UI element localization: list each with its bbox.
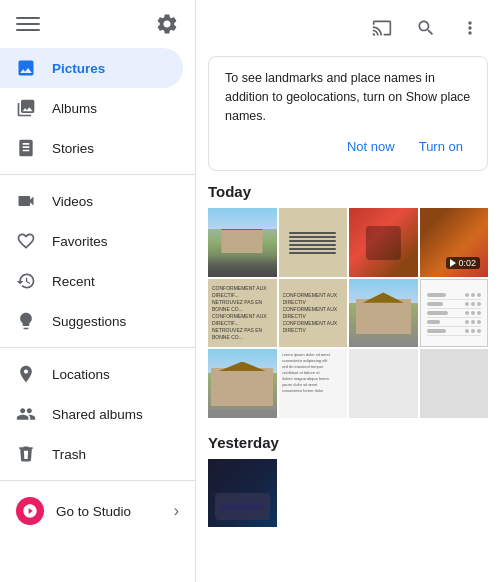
studio-icon xyxy=(16,497,44,525)
sidebar: Pictures Albums Stories xyxy=(0,0,196,582)
photo-item[interactable]: CONFORMEMENT AUX DIRECTIF... NETROUVEZ P… xyxy=(208,279,277,348)
sidebar-item-stories-label: Stories xyxy=(52,141,94,156)
sidebar-item-shared-albums-label: Shared albums xyxy=(52,407,143,422)
settings-icon[interactable] xyxy=(155,12,179,36)
photo-item[interactable] xyxy=(349,208,418,277)
sidebar-item-trash[interactable]: Trash xyxy=(0,434,183,474)
sidebar-item-suggestions-label: Suggestions xyxy=(52,314,126,329)
topbar xyxy=(196,0,500,56)
not-now-button[interactable]: Not now xyxy=(339,135,403,158)
photo-content: Today xyxy=(196,183,500,543)
location-icon xyxy=(16,364,36,384)
photo-item[interactable]: Lorem ipsum dolor sit amet consectetur a… xyxy=(279,349,348,418)
photo-item[interactable] xyxy=(208,349,277,418)
albums-icon xyxy=(16,98,36,118)
geolocation-banner: To see landmarks and place names in addi… xyxy=(208,56,488,171)
sidebar-item-locations[interactable]: Locations xyxy=(0,354,183,394)
photo-item[interactable] xyxy=(208,459,277,528)
recent-icon xyxy=(16,271,36,291)
sidebar-item-albums-label: Albums xyxy=(52,101,97,116)
trash-icon xyxy=(16,444,36,464)
photo-item[interactable]: 0:02 xyxy=(420,208,489,277)
studio-label: Go to Studio xyxy=(56,504,162,519)
sidebar-item-locations-label: Locations xyxy=(52,367,110,382)
go-to-studio-item[interactable]: Go to Studio › xyxy=(0,487,195,535)
photo-item[interactable]: CONFORMEMENT AUX DIRECTIV CONFORMEMENT A… xyxy=(279,279,348,348)
search-icon[interactable] xyxy=(408,10,444,46)
sidebar-item-stories[interactable]: Stories xyxy=(0,128,183,168)
sidebar-item-pictures-label: Pictures xyxy=(52,61,105,76)
photo-item[interactable] xyxy=(279,208,348,277)
turn-on-button[interactable]: Turn on xyxy=(411,135,471,158)
chromecast-icon[interactable] xyxy=(364,10,400,46)
pictures-icon xyxy=(16,58,36,78)
banner-actions: Not now Turn on xyxy=(225,135,471,158)
banner-message: To see landmarks and place names in addi… xyxy=(225,69,471,125)
main-content: To see landmarks and place names in addi… xyxy=(196,0,500,582)
sidebar-item-pictures[interactable]: Pictures xyxy=(0,48,183,88)
sidebar-item-videos-label: Videos xyxy=(52,194,93,209)
yesterday-photo-grid xyxy=(208,459,488,528)
sidebar-header xyxy=(0,0,195,44)
sidebar-item-shared-albums[interactable]: Shared albums xyxy=(0,394,183,434)
sidebar-item-recent-label: Recent xyxy=(52,274,95,289)
yesterday-label: Yesterday xyxy=(208,434,488,451)
photo-item[interactable] xyxy=(349,279,418,348)
suggestions-icon xyxy=(16,311,36,331)
sidebar-nav: Pictures Albums Stories xyxy=(0,44,195,539)
more-options-icon[interactable] xyxy=(452,10,488,46)
today-label: Today xyxy=(208,183,488,200)
photo-item[interactable] xyxy=(349,349,418,418)
sidebar-item-favorites-label: Favorites xyxy=(52,234,108,249)
favorites-icon xyxy=(16,231,36,251)
chevron-right-icon: › xyxy=(174,502,179,520)
today-photo-grid: 0:02 CONFORMEMENT AUX DIRECTIF... NETROU… xyxy=(208,208,488,418)
photo-item[interactable] xyxy=(420,349,489,418)
photo-item[interactable] xyxy=(420,279,489,348)
sidebar-item-recent[interactable]: Recent xyxy=(0,261,183,301)
sidebar-item-favorites[interactable]: Favorites xyxy=(0,221,183,261)
photo-item[interactable] xyxy=(208,208,277,277)
sidebar-item-videos[interactable]: Videos xyxy=(0,181,183,221)
videos-icon xyxy=(16,191,36,211)
sidebar-item-albums[interactable]: Albums xyxy=(0,88,183,128)
shared-albums-icon xyxy=(16,404,36,424)
sidebar-item-trash-label: Trash xyxy=(52,447,86,462)
menu-icon[interactable] xyxy=(16,12,40,36)
stories-icon xyxy=(16,138,36,158)
sidebar-item-suggestions[interactable]: Suggestions xyxy=(0,301,183,341)
